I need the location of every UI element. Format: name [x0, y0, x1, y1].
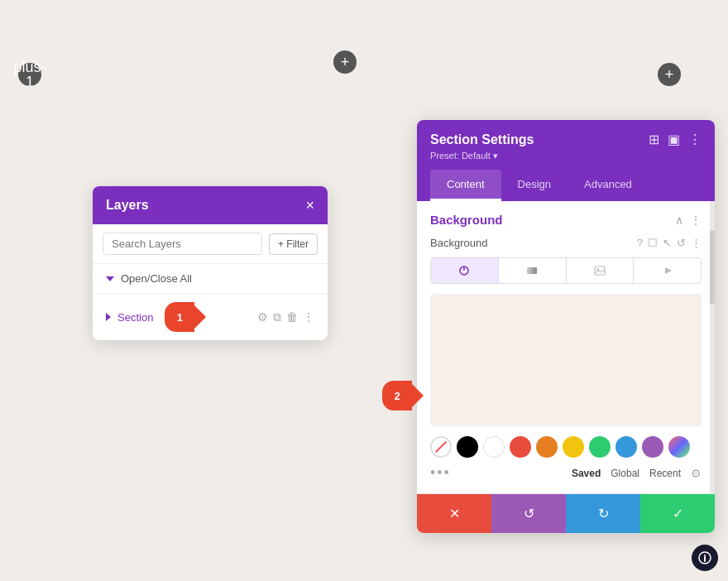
swatch-blue[interactable]	[615, 436, 637, 458]
color-saved-label[interactable]: Saved	[572, 468, 601, 479]
layers-search-input[interactable]	[103, 233, 262, 255]
background-collapse-btn[interactable]: ∧	[675, 214, 683, 227]
swatch-white[interactable]	[483, 436, 505, 458]
background-section-header: Background ∧ ⋮	[430, 213, 702, 227]
section-row-actions: ⚙ ⧉ 🗑 ⋮	[257, 310, 314, 324]
step-badge-body-1: 1	[165, 302, 194, 332]
bg-tab-color[interactable]	[431, 258, 499, 283]
bg-cursor-icon[interactable]: ↖	[663, 237, 672, 249]
tab-content[interactable]: Content	[430, 170, 501, 201]
step-badge-body-2: 2	[382, 381, 412, 411]
section-delete-icon[interactable]: 🗑	[286, 310, 298, 324]
section-settings-icon[interactable]: ⚙	[257, 310, 268, 324]
footer-redo-button[interactable]: ↻	[566, 494, 640, 533]
accessibility-icon	[698, 551, 711, 564]
swatch-purple[interactable]	[642, 436, 663, 458]
add-section-button-right[interactable]: +	[658, 63, 681, 86]
step-indicator-2: 2	[382, 381, 424, 411]
add-section-button-left[interactable]: plus-1	[18, 63, 41, 86]
bg-help-icon[interactable]: ?	[637, 237, 643, 249]
section-duplicate-icon[interactable]: ⧉	[273, 310, 281, 324]
color-global-label[interactable]: Global	[611, 468, 639, 479]
background-type-row: Background ? ☐ ↖ ↺ ⋮	[430, 237, 702, 249]
color-save-row: Saved Global Recent ⚙	[572, 467, 702, 480]
background-type-tabs	[430, 257, 702, 284]
layers-search-row: + Filter	[93, 224, 328, 264]
step-arrow-tip-1	[194, 305, 206, 329]
step-indicator-1: 1	[165, 302, 206, 332]
background-section-actions: ∧ ⋮	[675, 214, 702, 227]
tab-design[interactable]: Design	[501, 170, 568, 201]
layers-header: Layers ×	[93, 186, 328, 224]
settings-more-icon[interactable]: ⋮	[688, 132, 702, 147]
background-color-preview[interactable]	[430, 294, 702, 426]
bg-mobile-icon[interactable]: ☐	[648, 237, 658, 249]
settings-layout-icon[interactable]: ▣	[668, 132, 680, 147]
color-dots[interactable]: •••	[430, 464, 451, 482]
swatch-gradient[interactable]	[668, 436, 690, 458]
footer-save-button[interactable]: ✓	[640, 494, 715, 533]
color-actions-row: ••• Saved Global Recent ⚙	[430, 464, 702, 482]
background-icons-row: ? ☐ ↖ ↺ ⋮	[637, 237, 702, 249]
footer-reset-button[interactable]: ↺	[491, 494, 566, 533]
step-arrow-2: 2	[382, 381, 424, 411]
layers-open-close-all[interactable]: Open/Close All	[93, 264, 328, 294]
svg-marker-4	[665, 267, 672, 274]
background-section: Background ∧ ⋮ Background ? ☐ ↖ ↺ ⋮	[417, 201, 715, 493]
svg-point-6	[704, 555, 706, 556]
bg-tab-video[interactable]	[634, 258, 701, 283]
svg-rect-1	[527, 267, 537, 274]
section-more-icon[interactable]: ⋮	[303, 310, 314, 324]
bg-more-icon[interactable]: ⋮	[691, 237, 702, 249]
open-close-label: Open/Close All	[121, 272, 192, 285]
swatch-black[interactable]	[457, 436, 478, 458]
step-badge-1: 1	[168, 305, 191, 329]
layers-section-row: Section 1 ⚙ ⧉ 🗑 ⋮	[93, 294, 328, 340]
help-icon[interactable]	[692, 545, 718, 571]
layers-panel: Layers × + Filter Open/Close All Section…	[93, 186, 328, 340]
settings-preset[interactable]: Preset: Default ▾	[430, 151, 702, 161]
color-recent-label[interactable]: Recent	[649, 468, 681, 479]
settings-header: Section Settings ⊞ ▣ ⋮ Preset: Default ▾…	[417, 120, 715, 201]
tab-advanced[interactable]: Advanced	[568, 170, 649, 201]
background-section-title: Background	[430, 213, 503, 227]
scrollbar-track	[710, 201, 715, 493]
step-arrow-tip-2	[412, 384, 424, 407]
bg-reset-icon[interactable]: ↺	[677, 237, 686, 249]
swatch-yellow[interactable]	[563, 436, 584, 458]
open-close-chevron	[106, 276, 114, 281]
section-settings-panel: Section Settings ⊞ ▣ ⋮ Preset: Default ▾…	[417, 120, 715, 533]
settings-body: Background ∧ ⋮ Background ? ☐ ↖ ↺ ⋮	[417, 201, 715, 493]
layers-title: Layers	[106, 198, 149, 213]
layers-close-button[interactable]: ×	[305, 198, 314, 213]
settings-tabs: Content Design Advanced	[430, 170, 702, 201]
scrollbar-thumb[interactable]	[710, 230, 715, 305]
settings-header-icons: ⊞ ▣ ⋮	[649, 132, 702, 147]
settings-header-top: Section Settings ⊞ ▣ ⋮	[430, 132, 702, 147]
footer-cancel-button[interactable]: ✕	[417, 494, 491, 533]
swatch-orange[interactable]	[536, 436, 558, 458]
background-label: Background	[430, 237, 487, 249]
step-badge-2: 2	[386, 384, 409, 407]
bg-tab-image[interactable]	[567, 258, 635, 283]
swatch-green[interactable]	[589, 436, 611, 458]
add-section-button-center[interactable]: +	[333, 50, 357, 74]
section-row-label: Section	[117, 311, 153, 324]
swatch-transparent[interactable]	[430, 436, 452, 458]
color-swatches	[430, 436, 702, 458]
layers-filter-button[interactable]: + Filter	[269, 233, 318, 255]
color-settings-icon[interactable]: ⚙	[691, 467, 702, 480]
background-more-btn[interactable]: ⋮	[690, 214, 702, 227]
swatch-red[interactable]	[510, 436, 531, 458]
settings-expand-icon[interactable]: ⊞	[649, 132, 659, 147]
settings-footer: ✕ ↺ ↻ ✓	[417, 493, 715, 533]
bg-tab-gradient[interactable]	[499, 258, 567, 283]
settings-panel-title: Section Settings	[430, 132, 534, 147]
section-chevron-icon	[106, 313, 111, 321]
